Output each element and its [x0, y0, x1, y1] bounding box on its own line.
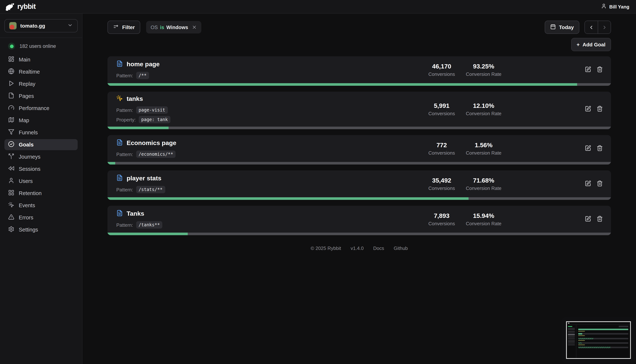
sidebar-item-label: Main [19, 57, 30, 62]
sidebar-item-goals[interactable]: Goals [4, 139, 78, 150]
conversion-progress-bar [108, 126, 611, 129]
sidebar-item-realtime[interactable]: Realtime [4, 66, 78, 77]
edit-pencil-icon [585, 106, 591, 113]
add-goal-label: Add Goal [583, 42, 606, 48]
preview-header [567, 322, 630, 324]
conversion-rate-value: 1.56% [461, 142, 506, 149]
conversions-label: Conversions [422, 110, 461, 116]
sidebar-item-journeys[interactable]: Journeys [4, 151, 78, 162]
file-text-icon [116, 174, 123, 182]
goal-name: player stats [126, 175, 162, 182]
chip-field: OS [150, 24, 158, 30]
online-count-label: 182 users online [20, 44, 56, 49]
sidebar-item-label: Journeys [19, 154, 40, 160]
conversions-label: Conversions [422, 221, 461, 226]
sidebar-item-funnels[interactable]: Funnels [4, 127, 78, 138]
edit-goal-button[interactable] [585, 106, 591, 113]
sidebar-item-replay[interactable]: Replay [4, 78, 78, 90]
property-label: Property: [116, 117, 136, 122]
edit-pencil-icon [585, 216, 591, 223]
map-icon [8, 117, 14, 124]
delete-goal-button[interactable] [596, 106, 603, 113]
preview-sidebar [567, 324, 576, 358]
pattern-label: Pattern: [116, 152, 133, 157]
user-menu[interactable]: Bill Yang [601, 3, 630, 10]
docs-link[interactable]: Docs [373, 246, 384, 251]
sidebar-item-pages[interactable]: Pages [4, 90, 78, 102]
goal-card-tanks-page: Tanks Pattern: /tanks** 7,893Conversions… [108, 206, 611, 235]
sidebar-item-settings[interactable]: Settings [4, 224, 78, 235]
conversion-rate-label: Conversion Rate [461, 185, 506, 191]
delete-goal-button[interactable] [596, 216, 603, 223]
chevron-left-icon[interactable] [585, 21, 598, 34]
version-text: v1.4.0 [350, 246, 364, 251]
pattern-value: /stats/** [136, 186, 165, 193]
github-link[interactable]: Github [394, 246, 408, 251]
alert-triangle-icon [8, 214, 14, 221]
goal-card-tanks-event: tanks Pattern: page-visit Property: page… [108, 92, 611, 129]
add-goal-button[interactable]: + Add Goal [571, 38, 611, 51]
rewind-icon [8, 165, 14, 172]
conversions-value: 46,170 [422, 63, 461, 70]
pattern-value: /** [136, 72, 149, 79]
goal-name: Economics page [126, 140, 176, 147]
footer: © 2025 Rybbit v1.4.0 Docs Github [108, 246, 611, 251]
online-status-icon [8, 43, 15, 50]
sidebar-item-users[interactable]: Users [4, 176, 78, 186]
pointer-click-icon [8, 202, 14, 209]
edit-goal-button[interactable] [585, 216, 591, 223]
sidebar-item-map[interactable]: Map [4, 115, 78, 126]
chevron-right-icon[interactable] [598, 21, 610, 34]
sidebar-item-retention[interactable]: Retention [4, 188, 78, 199]
pattern-value: page-visit [136, 106, 168, 114]
close-icon[interactable] [192, 25, 197, 30]
conversion-progress-bar [108, 197, 611, 200]
pattern-label: Pattern: [116, 73, 133, 78]
edit-goal-button[interactable] [585, 180, 591, 188]
trash-icon [596, 145, 603, 152]
site-name: tomato.gg [20, 23, 64, 29]
brand-name: rybbit [17, 2, 36, 11]
edit-goal-button[interactable] [585, 145, 591, 152]
delete-goal-button[interactable] [596, 180, 603, 188]
sidebar-item-label: Settings [19, 227, 38, 232]
grid-icon [8, 190, 14, 197]
edit-pencil-icon [585, 66, 591, 74]
delete-goal-button[interactable] [596, 66, 603, 74]
sidebar-item-label: Retention [19, 190, 42, 196]
sidebar-item-main[interactable]: Main [4, 54, 78, 65]
sidebar-item-events[interactable]: Events [4, 200, 78, 211]
site-selector[interactable]: tomato.gg [4, 19, 78, 32]
edit-goal-button[interactable] [585, 66, 591, 74]
file-text-icon [116, 210, 123, 218]
app-root: rybbit Bill Yang tomato.gg 182 users onl… [0, 0, 636, 364]
funnels-preview-thumbnail[interactable] [565, 320, 632, 360]
trash-icon [596, 106, 603, 113]
sidebar-item-performance[interactable]: Performance [4, 103, 78, 114]
chip-operator: is [160, 24, 164, 30]
pointer-click-icon [116, 95, 123, 103]
conversions-value: 5,991 [422, 102, 461, 110]
conversion-rate-value: 15.94% [461, 212, 506, 220]
filter-button-label: Filter [122, 24, 135, 30]
sidebar-item-label: Realtime [19, 69, 40, 75]
date-range-button[interactable]: Today [545, 20, 579, 34]
delete-goal-button[interactable] [596, 145, 603, 152]
chip-value: Windows [166, 24, 188, 30]
brand[interactable]: rybbit [5, 2, 36, 11]
preview-screenshot [566, 321, 631, 359]
sidebar-item-errors[interactable]: Errors [4, 212, 78, 223]
edit-pencil-icon [585, 145, 591, 152]
sidebar-item-sessions[interactable]: Sessions [4, 164, 78, 174]
sidebar-divider [0, 38, 82, 38]
filter-chip-os-windows[interactable]: OS is Windows [146, 21, 201, 34]
conversions-label: Conversions [422, 150, 461, 156]
copyright-text: © 2025 Rybbit [311, 246, 341, 251]
pattern-label: Pattern: [116, 222, 133, 228]
gauge-icon [8, 104, 14, 112]
filter-button[interactable]: Filter [108, 20, 140, 34]
file-text-icon [116, 60, 123, 68]
trash-icon [596, 216, 603, 223]
gear-icon [8, 226, 14, 233]
pattern-value: /economics/** [136, 150, 176, 158]
